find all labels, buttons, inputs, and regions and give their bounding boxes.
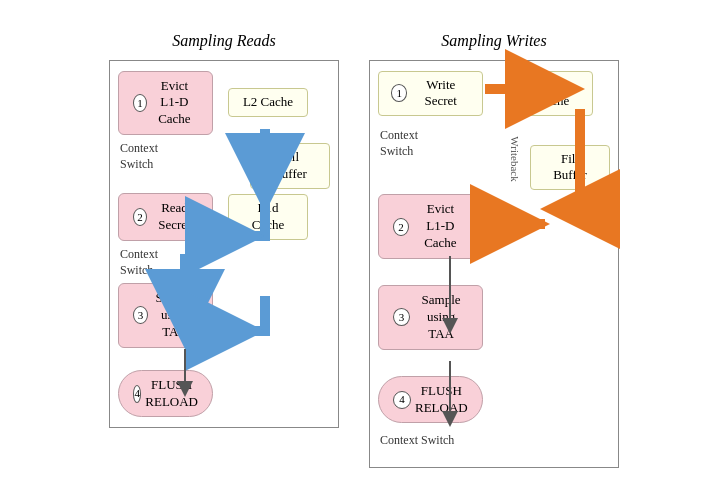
right-ctx1: ContextSwitch [378, 124, 418, 159]
right-l1dcache-top-label: L1-D Cache [537, 77, 569, 109]
right-writeback-label: Writeback [509, 137, 521, 182]
left-step4: 4 FLUSHRELOAD [118, 370, 213, 418]
left-step1-num: 1 [133, 94, 147, 112]
right-step3-label: Sampleusing TAA [414, 292, 468, 343]
left-step1-label: EvictL1-D Cache [151, 78, 198, 129]
left-step2-label: Read Secret [151, 200, 198, 234]
left-fillbuffer-label: Fill Buffer [273, 149, 307, 181]
left-step2-num: 2 [133, 208, 147, 226]
left-step2: 2 Read Secret [118, 193, 213, 241]
left-fillbuffer: Fill Buffer [250, 143, 330, 189]
right-step2-num: 2 [393, 218, 409, 236]
right-ctx2: Context Switch [378, 433, 454, 449]
main-container: Sampling Reads [89, 22, 639, 479]
right-l1dcache-top: L1-D Cache [513, 71, 593, 117]
left-title: Sampling Reads [172, 32, 276, 50]
left-ctx1: ContextSwitch [118, 141, 178, 172]
right-step4: 4 FLUSHRELOAD [378, 376, 483, 424]
right-step4-num: 4 [393, 391, 411, 409]
right-step3: 3 Sampleusing TAA [378, 285, 483, 350]
right-step2-label: EvictL1-D Cache [413, 201, 468, 252]
right-title: Sampling Writes [441, 32, 546, 50]
right-step1-label: Write Secret [411, 77, 470, 111]
left-l1dcache: L1d Cache [228, 194, 308, 240]
right-step1: 1 Write Secret [378, 71, 483, 117]
left-step3-num: 3 [133, 306, 148, 324]
right-fillbuffer-label: Fill Buffer [553, 151, 587, 183]
right-step1-num: 1 [391, 84, 407, 102]
left-step1: 1 EvictL1-D Cache [118, 71, 213, 136]
right-fillbuffer: Fill Buffer [530, 145, 610, 191]
left-ctx2: ContextSwitch [118, 247, 158, 278]
left-l1dcache-label: L1d Cache [252, 200, 284, 232]
left-step3-label: Sampleusing TAA [152, 290, 198, 341]
left-step4-label: FLUSHRELOAD [145, 377, 198, 411]
left-step4-num: 4 [133, 385, 141, 403]
right-diagram: Sampling Writes [369, 32, 619, 469]
left-diagram: Sampling Reads [109, 32, 339, 429]
left-step3: 3 Sampleusing TAA [118, 283, 213, 348]
left-l2cache-label: L2 Cache [243, 94, 293, 109]
right-step2: 2 EvictL1-D Cache [378, 194, 483, 259]
right-step4-label: FLUSHRELOAD [415, 383, 468, 417]
left-l2cache: L2 Cache [228, 88, 308, 117]
right-step3-num: 3 [393, 308, 410, 326]
